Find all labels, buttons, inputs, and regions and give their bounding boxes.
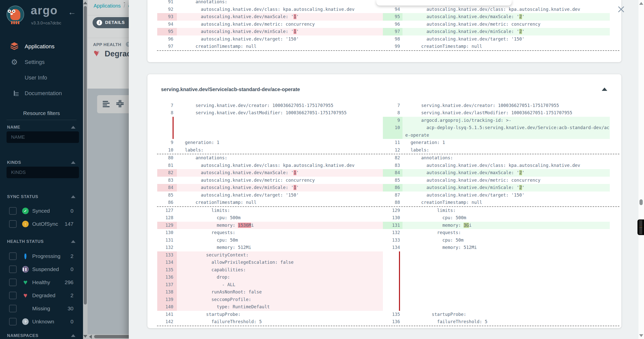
filter-item-missing[interactable]: Missing30 xyxy=(0,302,83,315)
diff-line-text: limits: xyxy=(403,207,610,214)
diff-line-text: serving.knative.dev/creator: 10003662705… xyxy=(177,102,383,109)
collapse-section-icon[interactable] xyxy=(602,88,607,91)
compact-view-icon[interactable] xyxy=(116,100,124,108)
diff-right-cell xyxy=(383,259,610,266)
filter-item-label: Progressing xyxy=(32,253,60,259)
sidebar-item-user-info[interactable]: User Info xyxy=(0,70,83,86)
checkbox[interactable] xyxy=(9,292,17,299)
line-number: 82 xyxy=(157,169,177,177)
filter-item-unknown[interactable]: ?Unknown0 xyxy=(0,315,83,328)
diff-line-text: autoscaling.knative.dev/metric: concurre… xyxy=(177,21,383,28)
line-number: 130 xyxy=(157,229,177,237)
line-number: 131 xyxy=(157,237,177,244)
chevron-up-icon[interactable] xyxy=(71,126,75,129)
breadcrumb-separator: / xyxy=(124,3,125,9)
filter-item-degraded[interactable]: ♥Degraded2 xyxy=(0,289,83,302)
chevron-up-icon[interactable] xyxy=(71,195,75,198)
checkbox[interactable] xyxy=(9,318,17,325)
sidebar-item-label: Applications xyxy=(25,43,55,50)
diff-line-text: autoscaling.knative.dev/maxScale: '2' xyxy=(403,13,610,21)
scroll-up-icon[interactable] xyxy=(83,2,87,4)
diff-line-text: autoscaling.knative.dev/class: kpa.autos… xyxy=(403,162,610,169)
line-number: 83 xyxy=(157,177,177,184)
list-view-icon[interactable] xyxy=(103,101,110,107)
sidebar: argo v3.3.0+ca7dcbc ← Applications⚙Setti… xyxy=(0,0,83,339)
scroll-up-icon[interactable] xyxy=(639,2,643,5)
chevron-up-icon[interactable] xyxy=(71,161,75,164)
diff-row: 83 autoscaling.knative.dev/metric: concu… xyxy=(147,177,621,184)
line-number: 135 xyxy=(157,266,177,274)
diff-line-text: creationTimestamp: null xyxy=(403,43,610,50)
checkbox[interactable] xyxy=(9,279,17,286)
filter-kinds-label: KINDS xyxy=(7,160,21,165)
filter-item-label: Missing xyxy=(32,306,50,312)
details-button-label: DETAILS xyxy=(105,20,125,25)
checkbox[interactable] xyxy=(9,305,17,312)
checkbox[interactable] xyxy=(9,207,17,215)
line-number: 99 xyxy=(383,43,403,50)
diff-line-text: argocd.argoproj.io/tracking-id: >- xyxy=(403,117,610,124)
diff-line-text: generation: 1 xyxy=(403,139,610,146)
deleted-block-marker xyxy=(399,259,400,266)
checkbox[interactable] xyxy=(9,266,17,273)
diff-row: 140 type: RuntimeDefault xyxy=(147,303,621,311)
scrollbar-thumb[interactable] xyxy=(639,199,643,205)
breadcrumb: Applications/c xyxy=(94,3,131,9)
filter-item-progressing[interactable]: Progressing2 xyxy=(0,250,83,263)
filter-item-suspended[interactable]: ▌▌Suspended0 xyxy=(0,263,83,276)
modal-vertical-scrollbar[interactable] xyxy=(638,0,644,339)
line-number: 82 xyxy=(383,154,403,162)
close-icon[interactable] xyxy=(617,5,625,13)
line-number: 133 xyxy=(383,237,403,244)
checkbox[interactable] xyxy=(9,220,17,228)
scroll-minimap-widget[interactable] xyxy=(637,219,644,235)
filter-item-outofsync[interactable]: ↑OutOfSync147 xyxy=(0,217,83,231)
filter-item-label: Suspended xyxy=(32,266,59,272)
diff-row: 85 autoscaling.knative.dev/target: '150'… xyxy=(147,192,621,199)
line-number: 91 xyxy=(157,0,177,6)
name-filter-input[interactable] xyxy=(7,131,79,143)
diff-right-cell: 132 requests: xyxy=(383,229,610,237)
diff-line-text: serving.knative.dev/creator: 10003662705… xyxy=(403,102,610,109)
unknown-question-icon: ? xyxy=(22,318,29,325)
sidebar-item-documentation[interactable]: Documentation xyxy=(0,86,83,101)
breadcrumb-applications-link[interactable]: Applications xyxy=(94,3,121,9)
scroll-left-icon[interactable] xyxy=(89,335,92,339)
line-number: 131 xyxy=(383,222,403,229)
page-vertical-scrollbar[interactable] xyxy=(83,0,88,339)
checkbox[interactable] xyxy=(9,252,17,260)
line-number: 84 xyxy=(383,169,403,177)
sidebar-item-applications[interactable]: Applications xyxy=(0,39,83,54)
diff-line-text: startupProbe: xyxy=(177,311,383,318)
diff-row: 141 startupProbe:135 startupProbe: xyxy=(147,311,621,318)
diff-line-text: runAsNonRoot: false xyxy=(177,288,383,296)
diff-right-cell: 11 generation: 1 xyxy=(383,139,610,146)
chevron-up-icon[interactable] xyxy=(71,240,75,243)
scrollbar-thumb[interactable] xyxy=(84,6,87,305)
sync-status-label: SYNC STATUS xyxy=(7,194,38,199)
sidebar-item-label: Settings xyxy=(25,59,45,65)
kinds-filter-input[interactable] xyxy=(7,167,79,178)
sidebar-item-settings[interactable]: ⚙Settings xyxy=(0,54,83,70)
line-number: 85 xyxy=(383,177,403,184)
diff-left-cell: 94 autoscaling.knative.dev/metric: concu… xyxy=(147,21,383,28)
degraded-heart-icon: ♥ xyxy=(23,292,28,299)
filter-item-healthy[interactable]: ♥Healthy296 xyxy=(0,276,83,289)
line-number: 86 xyxy=(157,199,177,206)
sidebar-collapse-icon[interactable]: ← xyxy=(68,8,76,17)
filter-item-synced[interactable]: ✓Synced0 xyxy=(0,204,83,217)
diff-left-cell xyxy=(147,117,383,124)
diff-row: 94 autoscaling.knative.dev/metric: concu… xyxy=(147,21,621,28)
scroll-down-icon[interactable] xyxy=(83,335,87,338)
scroll-down-icon[interactable] xyxy=(639,334,643,337)
line-number: 81 xyxy=(157,162,177,169)
line-number: 10 xyxy=(157,146,177,154)
diff-row: 139 seccompProfile: xyxy=(147,296,621,304)
chevron-up-icon[interactable] xyxy=(71,334,75,337)
filter-item-count: 0 xyxy=(70,319,73,325)
diff-line-text: autoscaling.knative.dev/maxScale: '1' xyxy=(177,13,383,21)
line-number: 98 xyxy=(383,35,403,43)
progressing-circle-icon xyxy=(24,254,26,258)
deleted-block-marker xyxy=(399,296,400,304)
diff-line-text: autoscaling.knative.dev/minScale: '1' xyxy=(177,28,383,35)
